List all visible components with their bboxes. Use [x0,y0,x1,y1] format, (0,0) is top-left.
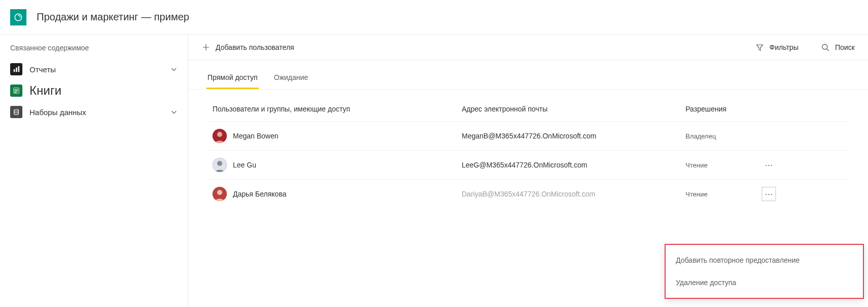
sidebar-item-books[interactable]: Книги [0,79,188,102]
table-header: Пользователи и группы, имеющие доступ Ад… [206,100,850,121]
search-label: Поиск [835,43,855,51]
avatar [213,129,227,143]
user-name: Megan Bowen [233,132,279,140]
sidebar-item-label: Книги [29,83,62,98]
user-permission: Владелец [685,132,762,140]
page-title: Продажи и маркетинг — пример [37,11,189,23]
avatar [213,187,227,201]
chevron-down-icon [170,108,177,116]
user-name: Дарья Белякова [233,190,286,198]
add-user-label: Добавить пользователя [216,43,294,51]
filters-button[interactable]: Фильтры [751,40,802,55]
user-permission: Чтение [685,161,762,169]
user-email: DariyaB@M365x447726.OnMicrosoft.com [462,190,685,198]
svg-rect-1 [14,69,15,72]
svg-point-15 [217,190,222,195]
sidebar-item-reports[interactable]: Отчеты [0,59,188,79]
svg-rect-7 [15,92,17,93]
svg-rect-6 [15,91,18,91]
datasets-icon [10,106,22,118]
svg-point-8 [14,109,19,111]
svg-point-11 [217,132,222,137]
reports-icon [10,63,22,75]
access-table: Пользователи и группы, имеющие доступ Ад… [188,90,868,208]
col-perm: Разрешения [685,105,762,113]
user-email: MeganB@M365x447726.OnMicrosoft.com [462,132,685,140]
svg-rect-3 [18,66,20,72]
sidebar-item-label: Отчеты [29,65,56,74]
table-row: Lee Gu LeeG@M365x447726.OnMicrosoft.com … [206,150,850,179]
svg-point-13 [217,161,222,166]
avatar [213,158,227,172]
sidebar-title: Связанное содержимое [0,42,188,59]
books-icon [10,85,22,97]
svg-rect-5 [15,89,18,90]
svg-point-9 [822,44,827,49]
add-user-button[interactable]: Добавить пользователя [197,40,298,55]
context-menu: Добавить повторное предоставление Удален… [665,244,864,299]
table-row: Megan Bowen MeganB@M365x447726.OnMicroso… [206,121,850,150]
sidebar-item-label: Наборы данных [29,108,86,117]
tabs: Прямой доступ Ожидание [188,60,868,90]
plus-icon [201,43,211,52]
user-permission: Чтение [685,190,762,198]
ctx-add-reshare[interactable]: Добавить повторное предоставление [666,249,863,271]
chevron-down-icon [170,66,177,73]
table-row: Дарья Белякова DariyaB@M365x447726.OnMic… [206,179,850,208]
user-email: LeeG@M365x447726.OnMicrosoft.com [462,161,685,169]
search-icon [821,43,830,52]
sidebar: Связанное содержимое Отчеты Книги Наборы… [0,35,188,307]
filters-label: Фильтры [769,43,798,51]
main-content: Добавить пользователя Фильтры Поиск [188,35,868,307]
search-button[interactable]: Поиск [817,40,859,55]
col-user: Пользователи и группы, имеющие доступ [213,105,462,113]
row-more-button[interactable]: ⋯ [762,158,776,172]
page-header: Продажи и маркетинг — пример [0,0,868,35]
user-name: Lee Gu [233,161,256,169]
tab-direct-access[interactable]: Прямой доступ [206,68,259,89]
col-email: Адрес электронной почты [462,105,685,113]
filter-icon [755,43,764,52]
svg-point-0 [15,14,22,21]
app-icon [10,9,26,25]
sidebar-item-datasets[interactable]: Наборы данных [0,102,188,122]
toolbar: Добавить пользователя Фильтры Поиск [188,35,868,60]
row-more-button[interactable]: ⋯ [762,187,776,201]
svg-rect-2 [16,68,17,72]
tab-pending[interactable]: Ожидание [273,68,309,89]
ctx-remove-access[interactable]: Удаление доступа [666,271,863,294]
